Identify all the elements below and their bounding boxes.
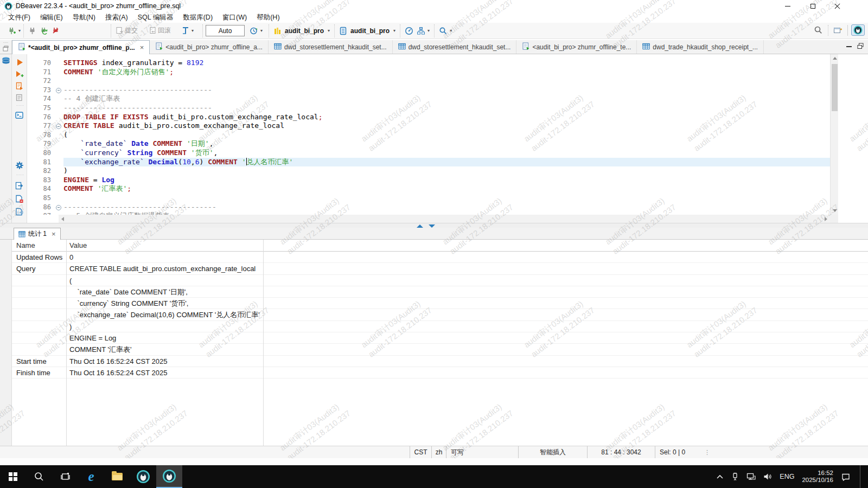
editor-tab-1[interactable]: <audit_bi_pro> zhumr_offline_a... [150, 40, 269, 54]
export-result-icon[interactable] [15, 181, 24, 190]
task-view-button[interactable] [52, 465, 78, 488]
execute-statement-icon[interactable] [15, 57, 24, 67]
scrollbar-thumb[interactable] [832, 64, 838, 111]
internet-explorer-button[interactable]: e [78, 465, 104, 488]
open-perspective-button[interactable] [832, 25, 844, 36]
editor-tab-3[interactable]: dwd_storesettlement_hkaudit_set... [393, 40, 517, 54]
output-log-icon[interactable] [15, 194, 24, 203]
code-line-71[interactable]: 71COMMENT '自定义海外门店销售'; [27, 68, 830, 77]
menu-item-7[interactable]: 帮助(H) [252, 12, 284, 23]
close-icon[interactable]: × [52, 230, 56, 238]
scroll-down-icon[interactable] [833, 209, 837, 212]
editor-tab-4[interactable]: <audit_bi_pro> zhumr_offline_te... [516, 40, 637, 54]
code-line-76[interactable]: 76DROP TABLE IF EXISTS audit_bi_pro.cust… [27, 113, 830, 122]
menu-item-1[interactable]: 编辑(E) [35, 12, 68, 23]
result-row-10[interactable]: Finish timeThu Oct 16 16:52:24 CST 2025 [12, 367, 868, 378]
code-line-84[interactable]: 84COMMENT '汇率表'; [27, 184, 830, 194]
result-row-4[interactable]: `currency` String COMMENT '货币', [12, 298, 868, 309]
menu-item-6[interactable]: 窗口(W) [218, 12, 252, 23]
quick-access-search-button[interactable] [812, 24, 825, 36]
usb-icon[interactable] [731, 472, 739, 481]
execute-new-tab-icon[interactable] [15, 69, 24, 79]
code-line-78[interactable]: 78( [27, 131, 830, 140]
menu-item-4[interactable]: SQL 编辑器 [133, 12, 178, 23]
clock[interactable]: 16:52 2025/10/16 [802, 470, 833, 484]
editor-tab-2[interactable]: dwd_storesettlement_hkaudit_set... [269, 40, 393, 54]
transaction-log-button[interactable]: ▾ [180, 25, 195, 36]
fold-marker-icon[interactable] [55, 203, 63, 212]
restore-view-icon[interactable] [857, 43, 864, 49]
variables-icon[interactable]: (x) [15, 207, 24, 216]
file-explorer-button[interactable] [104, 465, 130, 488]
column-header-value[interactable]: Value [66, 240, 87, 251]
editor-results-sash[interactable] [0, 223, 868, 228]
reconnect-button[interactable] [38, 25, 50, 36]
code-line-70[interactable]: 70SETTINGS index_granularity = 8192 [27, 59, 830, 68]
sql-console-icon[interactable] [15, 111, 24, 120]
code-line-77[interactable]: 77CREATE TABLE audit_bi_pro.custom_excha… [27, 121, 830, 131]
code-line-86[interactable]: 86------------------------------------ [27, 203, 830, 212]
connect-button[interactable] [27, 25, 38, 36]
result-row-3[interactable]: `rate_date` Date COMMENT '日期', [12, 286, 868, 298]
result-row-8[interactable]: COMMENT '汇率表' [12, 344, 868, 355]
result-row-5[interactable]: `exchange_rate` Decimal(10,6) COMMENT '兑… [12, 309, 868, 320]
editor-settings-gear-icon[interactable] [15, 160, 24, 170]
result-row-2[interactable]: ( [12, 275, 868, 286]
chevron-down-icon[interactable]: ▾ [328, 28, 330, 33]
execute-script-icon[interactable] [15, 81, 24, 91]
schema-selector[interactable]: audit_bi_pro ▾ [337, 25, 397, 36]
tab-strip-handle[interactable]: ···· [0, 40, 12, 54]
language-indicator[interactable]: ENG [780, 473, 794, 480]
close-button[interactable] [828, 0, 847, 12]
minimize-view-icon[interactable] [846, 46, 852, 47]
result-row-0[interactable]: Updated Rows0 [12, 252, 868, 263]
tab-statistics[interactable]: 统计 1 × [14, 228, 61, 240]
dbeaver-perspective-button[interactable] [851, 24, 865, 36]
editor-tab-5[interactable]: dwd_trade_hkaudit_shop_receipt_... [637, 40, 763, 54]
tray-chevron-up-icon[interactable] [716, 474, 724, 479]
database-navigator-icon[interactable] [1, 56, 11, 67]
taskbar-search-button[interactable] [26, 465, 52, 488]
code-line-74[interactable]: 74-- 4 创建汇率表 [27, 94, 830, 104]
connection-selector[interactable]: audit_bi_pro ▾ [272, 25, 331, 36]
maximize-button[interactable] [803, 0, 822, 12]
editor-tab-0[interactable]: *<audit_bi_pro> zhumr_offline_p...× [12, 40, 150, 54]
speaker-icon[interactable] [763, 473, 772, 480]
result-row-6[interactable]: ) [12, 321, 868, 332]
menu-item-5[interactable]: 数据库(D) [178, 12, 218, 23]
vertical-scrollbar[interactable] [830, 54, 838, 215]
chevron-down-icon[interactable]: ▾ [260, 28, 263, 33]
column-divider[interactable] [66, 240, 67, 446]
fold-marker-icon[interactable] [55, 86, 63, 95]
code-line-73[interactable]: 73----------------------------------- [27, 86, 830, 95]
code-line-85[interactable]: 85 [27, 194, 830, 203]
code-line-82[interactable]: 82) [27, 166, 830, 176]
commit-button[interactable]: 提交 [114, 25, 139, 36]
scroll-right-icon[interactable] [825, 217, 827, 221]
new-connection-button[interactable] [6, 25, 18, 36]
sql-editor[interactable]: 70SETTINGS index_granularity = 819271COM… [27, 54, 830, 215]
txn-history-button[interactable] [248, 25, 260, 36]
start-button[interactable] [0, 465, 26, 488]
column-divider[interactable] [263, 240, 264, 446]
menu-item-2[interactable]: 导航(N) [68, 12, 100, 23]
chevron-down-icon[interactable]: ▾ [192, 28, 194, 33]
chevron-down-icon[interactable]: ▾ [18, 28, 21, 33]
scroll-up-icon[interactable] [833, 57, 837, 60]
txn-mode-combo[interactable]: Auto [206, 25, 245, 36]
menu-item-0[interactable]: 文件(F) [3, 12, 35, 23]
menu-item-3[interactable]: 搜索(A) [100, 12, 133, 23]
rollback-button[interactable]: 回滚 [147, 25, 173, 36]
code-line-83[interactable]: 83ENGINE = Log [27, 176, 830, 185]
execution-plan-button[interactable]: ▾ [415, 25, 431, 36]
code-line-80[interactable]: 80 `currency` String COMMENT '货币', [27, 149, 830, 158]
show-desktop-button[interactable] [860, 465, 863, 488]
scroll-left-icon[interactable] [61, 217, 64, 221]
disconnect-button[interactable] [50, 25, 61, 36]
fold-marker-icon[interactable] [55, 121, 63, 131]
sql-search-button[interactable]: ▾ [437, 25, 454, 36]
horizontal-scrollbar[interactable] [59, 215, 830, 223]
chevron-down-icon[interactable]: ▾ [393, 28, 395, 33]
chevron-down-icon[interactable]: ▾ [450, 28, 452, 33]
dbeaver-taskbar-button[interactable] [130, 465, 156, 488]
